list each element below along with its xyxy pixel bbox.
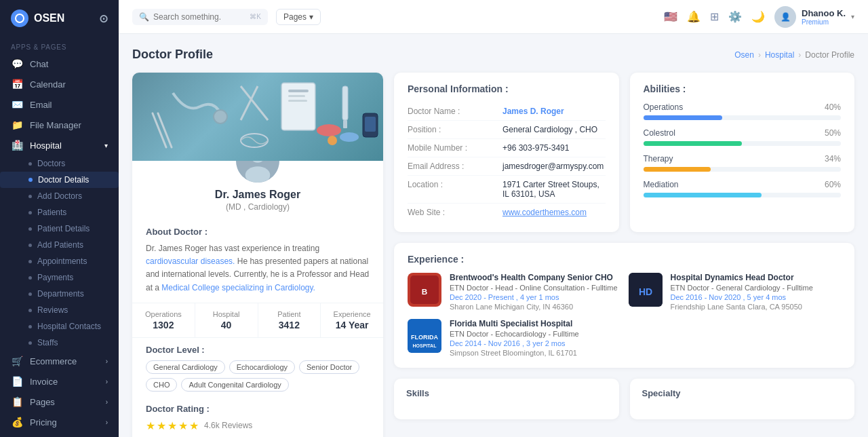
hospital-chevron-icon: ▾ — [104, 142, 108, 149]
abilities-title: Abilities : — [644, 83, 842, 94]
sidebar-sub-patients-label: Patients — [37, 208, 66, 217]
tag-echocardiology: Echocardiology — [229, 360, 295, 374]
ability-operations-pct: 40% — [825, 102, 841, 112]
content-area: Doctor Profile Osen › Hospital › Doctor … — [119, 34, 868, 437]
bell-icon[interactable]: 🔔 — [687, 10, 701, 23]
stars-container: ★ ★ ★ ★ ★ 4.6k Reviews — [146, 419, 370, 432]
sidebar-item-hospital[interactable]: 🏥 Hospital ▾ — [0, 135, 119, 155]
hd-logo-svg: HD — [629, 273, 663, 307]
sidebar-sub-appointments[interactable]: Appointments — [0, 253, 119, 269]
about-link-1[interactable]: cardiovascular diseases. — [146, 256, 235, 266]
svg-text:FLORIDA: FLORIDA — [411, 334, 438, 341]
about-text: Dr. James Roger has vast experience in t… — [146, 242, 370, 294]
info-val-website[interactable]: www.coderthemes.com — [502, 208, 587, 217]
sidebar-sub-staffs[interactable]: Staffs — [0, 335, 119, 351]
sidebar-item-file-manager[interactable]: 📁 File Manager — [0, 115, 119, 135]
tags-container: General Cardiology Echocardiology Senior… — [146, 360, 370, 392]
sidebar-sub-reviews[interactable]: Reviews — [0, 302, 119, 318]
svg-point-0 — [16, 14, 24, 22]
sidebar-item-calendar[interactable]: 📅 Calendar — [0, 74, 119, 94]
pages-chevron-icon: ▾ — [309, 12, 313, 22]
sidebar-sub-payments[interactable]: Payments — [0, 269, 119, 286]
exp-date-brentwood: Dec 2020 - Present , 4 yer 1 mos — [450, 293, 620, 301]
search-input[interactable] — [153, 12, 221, 22]
star-2: ★ — [157, 419, 166, 432]
stat-patient-label: Patient — [262, 310, 317, 318]
sidebar-sub-add-patients[interactable]: Add Patients — [0, 237, 119, 253]
sidebar-item-pages[interactable]: 📋 Pages › — [0, 392, 119, 412]
exp-role-hd: ETN Doctor - General Cardiology - Fullti… — [671, 284, 842, 292]
invoice-chevron-icon: › — [106, 378, 108, 385]
sidebar-sub-staffs-label: Staffs — [37, 338, 58, 347]
sidebar-section-label: APPS & PAGES — [0, 37, 119, 54]
info-val-location: 1971 Carter Street Stoups, IL 63101, USA — [502, 180, 606, 199]
ability-colestrol-pct: 50% — [825, 128, 841, 138]
sidebar-sub-patients[interactable]: Patients — [0, 204, 119, 221]
svg-point-9 — [340, 132, 359, 142]
ecommerce-chevron-icon: › — [106, 358, 108, 365]
specialty-title: Specialty — [642, 388, 843, 398]
svg-rect-14 — [343, 120, 347, 128]
sidebar-sub-add-patients-label: Add Patients — [37, 240, 83, 250]
about-section: About Doctor : Dr. James Roger has vast … — [132, 218, 383, 303]
sidebar-sub-doctors[interactable]: Doctors — [0, 155, 119, 172]
sidebar-sub-patient-details[interactable]: Patient Details — [0, 221, 119, 237]
exp-item-florida: FLORIDA HOSPITAL Florida Multi Specialis… — [408, 319, 620, 357]
stat-operations-label: Operations — [136, 310, 191, 318]
user-info[interactable]: 👤 Dhanoo K. Premium ▾ — [774, 6, 854, 28]
exp-logo-brentwood: B — [408, 273, 441, 307]
sidebar-item-hospital-label: Hospital — [30, 140, 98, 151]
ability-operations-label: Operations — [644, 102, 684, 112]
sidebar-sub-departments[interactable]: Departments — [0, 286, 119, 302]
svg-rect-5 — [288, 90, 309, 92]
ability-operations: Operations 40% — [644, 102, 842, 120]
info-row-location: Location : 1971 Carter Street Stoups, IL… — [408, 176, 606, 204]
info-row-name: Doctor Name : James D. Roger — [408, 102, 606, 121]
logo-text: OSEN — [34, 12, 64, 24]
ability-operations-header: Operations 40% — [644, 102, 842, 112]
svg-text:B: B — [422, 287, 428, 296]
info-val-name: James D. Roger — [502, 107, 564, 116]
ability-colestrol-bar-bg — [644, 141, 842, 146]
exp-info-brentwood: Brentwood's Health Company Senior CHO ET… — [450, 273, 620, 311]
pages-button[interactable]: Pages ▾ — [276, 9, 321, 25]
sidebar-sub-appointments-label: Appointments — [37, 256, 87, 266]
stat-hospital-label: Hospital — [199, 310, 254, 318]
settings-icon[interactable]: ⚙️ — [728, 10, 742, 23]
dark-mode-icon[interactable]: 🌙 — [751, 10, 765, 23]
sidebar: OSEN ⊙ APPS & PAGES 💬 Chat 📅 Calendar ✉️… — [0, 0, 119, 437]
exp-role-florida: ETN Doctor - Echocardiology - Fulltime — [450, 330, 620, 338]
sidebar-settings-icon[interactable]: ⊙ — [99, 12, 108, 25]
info-key-email: Email Address : — [408, 162, 502, 171]
breadcrumb-hospital[interactable]: Hospital — [765, 50, 794, 60]
info-val-email: jamesdroger@armyspy.com — [502, 162, 604, 171]
sidebar-item-chat[interactable]: 💬 Chat — [0, 54, 119, 74]
sidebar-item-pricing[interactable]: 💰 Pricing › — [0, 412, 119, 432]
ability-mediation-pct: 60% — [825, 180, 841, 189]
sidebar-item-ecommerce[interactable]: 🛒 Ecommerce › — [0, 351, 119, 371]
sidebar-sub-doctors-label: Doctors — [37, 159, 65, 168]
sidebar-sub-hospital-contacts[interactable]: Hospital Contacts — [0, 318, 119, 335]
grid-icon[interactable]: ⊞ — [710, 10, 719, 23]
tag-cho: CHO — [146, 378, 177, 392]
about-link-2[interactable]: Medical College specializing in Cardiolo… — [161, 283, 315, 292]
exp-company-florida: Florida Multi Specialist Hospital — [450, 319, 620, 328]
sidebar-item-auth-pages[interactable]: 🔒 Auth Pages › — [0, 432, 119, 437]
exp-company-hd: Hospital Dynamics Head Doctor — [671, 273, 842, 282]
breadcrumb-osen[interactable]: Osen — [734, 50, 754, 60]
sidebar-sub-add-doctors[interactable]: Add Doctors — [0, 188, 119, 204]
profile-specialty: (MD , Cardiology) — [226, 202, 290, 212]
exp-logo-hd: HD — [629, 273, 663, 307]
calendar-icon: 📅 — [11, 79, 23, 90]
specialty-card: Specialty — [630, 379, 855, 419]
svg-text:HD: HD — [638, 286, 652, 297]
search-box[interactable]: 🔍 ⌘K — [132, 9, 268, 25]
pages-button-label: Pages — [283, 12, 307, 22]
experience-title: Experience : — [408, 254, 841, 265]
sidebar-item-email[interactable]: ✉️ Email — [0, 94, 119, 115]
sidebar-sub-doctor-details[interactable]: Doctor Details — [0, 172, 119, 188]
sidebar-item-invoice[interactable]: 📄 Invoice › — [0, 371, 119, 392]
stat-operations: Operations 1302 — [132, 303, 195, 337]
info-row-position: Position : General Cardiology , CHO — [408, 121, 606, 139]
stats-row: Operations 1302 Hospital 40 Patient 3412… — [132, 303, 383, 338]
